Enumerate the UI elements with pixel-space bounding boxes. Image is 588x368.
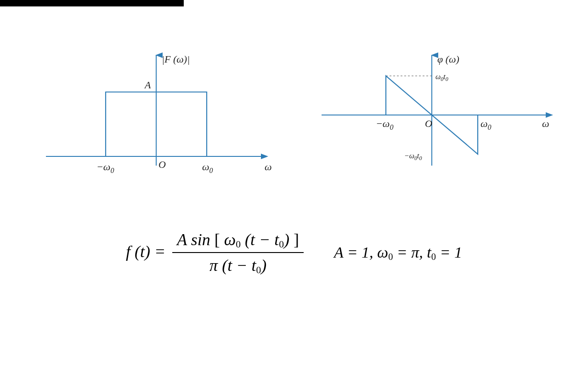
label-origin: O — [158, 159, 166, 170]
label-origin-phase: O — [425, 118, 432, 129]
label-x-axis-phase: ω — [542, 118, 549, 129]
magnitude-plot: |F (ω)| A O −ω0 ω0 ω — [28, 46, 276, 184]
label-pos-w0: ω0 — [202, 161, 213, 174]
fraction: A sin [ ω0 (t − t0) ] π (t − t0) — [172, 230, 304, 276]
phase-plot: φ (ω) ω0t0 −ω0t0 O −ω0 ω0 ω — [312, 46, 560, 184]
formula-lhs: f (t) = — [126, 242, 165, 260]
label-pos-w0-phase: ω0 — [481, 118, 492, 131]
phase-title: φ (ω) — [437, 53, 459, 65]
parameter-values: A = 1, ω0 = π, t0 = 1 — [334, 244, 462, 262]
magnitude-title: |F (ω)| — [162, 53, 190, 65]
window-top-fragment — [0, 0, 184, 6]
denominator: π (t − t0) — [172, 253, 304, 276]
plots-row: |F (ω)| A O −ω0 ω0 ω φ (ω) ω0t0 −ω0t0 O … — [28, 46, 560, 184]
label-neg-w0: −ω0 — [96, 161, 114, 174]
label-neg-w0-phase: −ω0 — [376, 118, 393, 131]
numerator: A sin [ ω0 (t − t0) ] — [172, 230, 304, 253]
sinc-formula: f (t) = A sin [ ω0 (t − t0) ] π (t − t0) — [126, 230, 306, 276]
label-w0t0-bottom: −ω0t0 — [404, 152, 422, 161]
formula-row: f (t) = A sin [ ω0 (t − t0) ] π (t − t0)… — [0, 207, 588, 299]
label-A: A — [144, 79, 151, 91]
label-w0t0-top: ω0t0 — [435, 73, 448, 82]
label-x-axis: ω — [265, 161, 272, 172]
